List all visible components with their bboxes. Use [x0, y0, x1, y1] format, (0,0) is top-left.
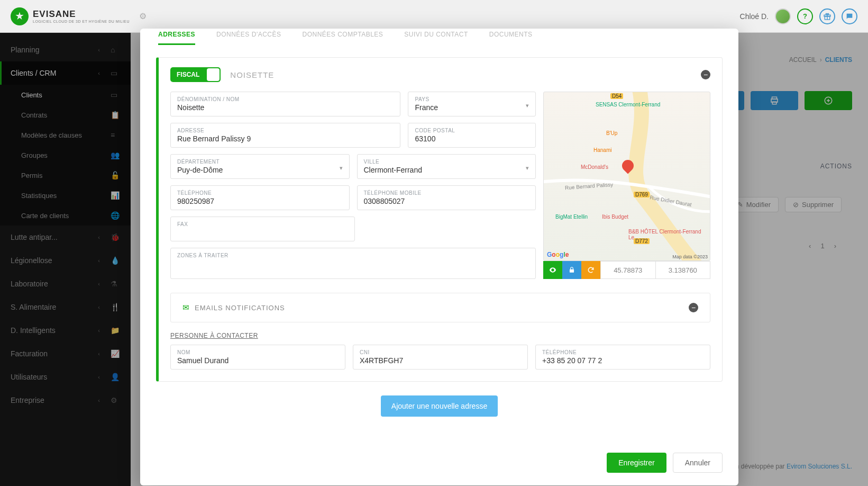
- map-view[interactable]: SENSAS Clermont-Ferrand B'Up Hanami McDo…: [543, 92, 710, 261]
- collapse-icon[interactable]: −: [701, 70, 710, 79]
- caret-down-icon: ▾: [526, 165, 529, 172]
- pays-field[interactable]: PAYS France ▾: [408, 92, 536, 116]
- map-lock-button[interactable]: [562, 261, 581, 279]
- tab-donnees-comptables[interactable]: DONNÉES COMPTABLES: [303, 31, 383, 45]
- field-value: Rue Bernard Palissy 9: [177, 134, 394, 144]
- field-label: FAX: [177, 221, 348, 227]
- add-address-button[interactable]: Ajouter une nouvelle adresse: [381, 395, 498, 417]
- field-value: Samuel Durand: [177, 356, 339, 366]
- field-label: ZONES À TRAITER: [177, 253, 529, 258]
- save-button[interactable]: Enregistrer: [607, 453, 666, 473]
- field-value: 0308805027: [364, 197, 529, 206]
- field-label: DÉPARTEMENT: [177, 159, 343, 165]
- modal-overlay-dark[interactable]: ADRESSES DONNÉES D'ACCÈS DONNÉES COMPTAB…: [0, 33, 868, 486]
- fiscal-toggle[interactable]: FISCAL: [170, 67, 221, 82]
- cp-field[interactable]: CODE POSTAL 63100: [408, 123, 536, 148]
- contact-nom-field[interactable]: NOM Samuel Durand: [170, 345, 345, 370]
- contact-section-title: PERSONNE À CONTACTER: [170, 332, 710, 339]
- field-value: [177, 228, 348, 238]
- field-value: Noisette: [177, 103, 394, 113]
- map-refresh-button[interactable]: [581, 261, 600, 279]
- ville-field[interactable]: VILLE Clermont-Ferrand ▾: [357, 154, 536, 179]
- adresse-field[interactable]: ADRESSE Rue Bernard Palissy 9: [170, 123, 400, 148]
- contact-row: NOM Samuel Durand CNI X4RTBFGH7 TÉLÉPHON…: [170, 345, 710, 370]
- tel-field[interactable]: TÉLÉPHONE 980250987: [170, 185, 350, 210]
- map-label-mcdonalds: McDonald's: [581, 164, 608, 170]
- map-footer: 45.78873 3.138760: [543, 261, 710, 279]
- collapse-icon[interactable]: −: [689, 303, 698, 312]
- map-label: Hanami: [593, 147, 611, 153]
- field-label: NOM: [177, 349, 339, 355]
- field-value: Puy-de-Dôme: [177, 166, 343, 175]
- map-label: SENSAS Clermont-Ferrand: [596, 102, 660, 107]
- tab-suivi-contact[interactable]: SUIVI DU CONTACT: [404, 31, 468, 45]
- panel-header: FISCAL NOISETTE −: [170, 67, 710, 82]
- denomination-field[interactable]: DÉNOMINATION / NOM Noisette: [170, 92, 400, 116]
- caret-down-icon: ▾: [340, 165, 343, 172]
- map-label: Ibis Budget: [602, 214, 628, 220]
- svg-rect-7: [570, 269, 574, 273]
- field-value: 980250987: [177, 197, 343, 206]
- fax-field[interactable]: FAX: [170, 217, 355, 241]
- emails-panel[interactable]: ✉ EMAILS NOTIFICATIONS −: [170, 293, 710, 322]
- field-label: TÉLÉPHONE: [177, 190, 343, 196]
- field-label: VILLE: [364, 159, 529, 165]
- modal-tabs: ADRESSES DONNÉES D'ACCÈS DONNÉES COMPTAB…: [140, 29, 738, 46]
- field-value: Clermont-Ferrand: [364, 166, 529, 175]
- toggle-knob: [207, 68, 220, 81]
- contact-tel-field[interactable]: TÉLÉPHONE +33 85 20 07 77 2: [535, 345, 710, 370]
- tab-adresses[interactable]: ADRESSES: [158, 31, 195, 45]
- cancel-button[interactable]: Annuler: [673, 453, 723, 473]
- dept-field[interactable]: DÉPARTEMENT Puy-de-Dôme ▾: [170, 154, 350, 179]
- client-modal: ADRESSES DONNÉES D'ACCÈS DONNÉES COMPTAB…: [140, 29, 738, 485]
- address-panel: FISCAL NOISETTE − DÉNOMINATION / NOM Noi…: [156, 57, 723, 382]
- field-label: ADRESSE: [177, 128, 394, 133]
- panel-title: NOISETTE: [230, 70, 274, 79]
- map-label: BigMat Etellin: [555, 214, 588, 220]
- field-value: France: [415, 103, 529, 113]
- field-label: TÉLÉPHONE MOBILE: [364, 190, 529, 196]
- google-logo: Google: [547, 251, 569, 258]
- map-road-badge: D769: [634, 192, 650, 197]
- field-value: 63100: [415, 134, 529, 144]
- map-road-badge: D54: [610, 93, 623, 99]
- caret-down-icon: ▾: [526, 102, 529, 109]
- map-view-button[interactable]: [543, 261, 562, 279]
- modal-actions: Enregistrer Annuler: [140, 453, 738, 473]
- field-label: CNI: [360, 349, 521, 355]
- envelope-icon: ✉: [182, 303, 189, 312]
- zones-field[interactable]: ZONES À TRAITER: [170, 248, 536, 279]
- longitude-field[interactable]: 3.138760: [656, 261, 711, 279]
- map-label: B'Up: [606, 130, 617, 136]
- tab-documents[interactable]: DOCUMENTS: [489, 31, 533, 45]
- mob-field[interactable]: TÉLÉPHONE MOBILE 0308805027: [357, 185, 536, 210]
- latitude-field[interactable]: 45.78873: [600, 261, 656, 279]
- field-label: CODE POSTAL: [415, 128, 529, 133]
- field-value: [177, 259, 529, 269]
- map-road-badge: D772: [634, 238, 650, 244]
- toggle-label: FISCAL: [170, 71, 206, 78]
- field-value: +33 85 20 07 77 2: [542, 356, 703, 366]
- contact-cni-field[interactable]: CNI X4RTBFGH7: [353, 345, 528, 370]
- field-value: X4RTBFGH7: [360, 356, 521, 366]
- map-attribution: Map data ©2023: [672, 254, 708, 259]
- field-label: TÉLÉPHONE: [542, 349, 703, 355]
- map-column: SENSAS Clermont-Ferrand B'Up Hanami McDo…: [543, 92, 710, 285]
- field-label: PAYS: [415, 96, 529, 102]
- emails-title: EMAILS NOTIFICATIONS: [195, 304, 285, 312]
- field-label: DÉNOMINATION / NOM: [177, 96, 394, 102]
- tab-donnees-acces[interactable]: DONNÉES D'ACCÈS: [216, 31, 281, 45]
